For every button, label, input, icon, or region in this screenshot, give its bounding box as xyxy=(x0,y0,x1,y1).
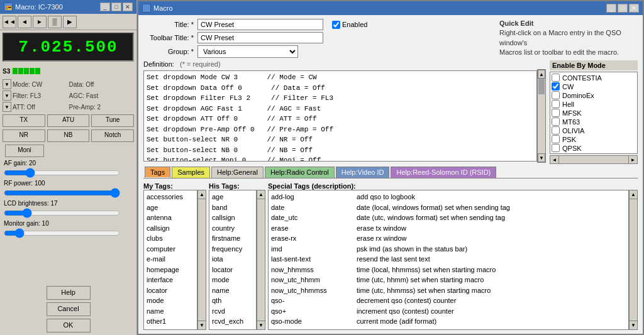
his-tag-callsign[interactable]: callsign xyxy=(211,212,255,223)
mode-qpsk-checkbox[interactable] xyxy=(552,144,560,152)
mode-hell[interactable]: Hell xyxy=(552,100,636,108)
nb-button[interactable]: NB xyxy=(47,129,90,142)
my-tag-other1[interactable]: other1 xyxy=(145,316,196,327)
tab-samples[interactable]: Samples xyxy=(172,167,210,178)
his-tags-scroll-up[interactable]: ▲ xyxy=(257,190,265,199)
mode-qpsk[interactable]: QPSK xyxy=(552,144,636,152)
his-tag-mode[interactable]: mode xyxy=(211,275,255,285)
his-tag-age[interactable]: age xyxy=(211,192,255,202)
special-tags-scroll-up[interactable]: ▲ xyxy=(630,190,637,199)
att-dropdown-arrow[interactable]: ▼ xyxy=(3,102,11,112)
my-tags-scroll-down[interactable]: ▼ xyxy=(198,321,206,329)
definition-scrollbar[interactable]: ▲ ▼ xyxy=(537,69,546,163)
his-tag-frequency[interactable]: frequency xyxy=(211,244,255,255)
maximize-btn-left[interactable]: □ xyxy=(111,3,121,11)
his-tag-name[interactable]: name xyxy=(211,285,255,296)
his-tag-iota[interactable]: iota xyxy=(211,254,255,265)
mode-mt63-checkbox[interactable] xyxy=(552,118,560,126)
my-tag-name[interactable]: name xyxy=(145,306,196,317)
mode-olivia[interactable]: OLIVIA xyxy=(552,126,636,135)
special-tags-scroll-down[interactable]: ▼ xyxy=(630,321,637,329)
toolbar-fast-btn[interactable]: ▶ xyxy=(63,16,77,28)
mode-psk-checkbox[interactable] xyxy=(552,135,560,143)
mode-scroll-left[interactable]: ◄ xyxy=(550,156,559,163)
his-tag-band[interactable]: band xyxy=(211,202,255,213)
cancel-button[interactable]: Cancel xyxy=(47,302,91,316)
atu-button[interactable]: ATU xyxy=(47,114,90,127)
title-input[interactable] xyxy=(197,19,323,30)
nr-button[interactable]: NR xyxy=(3,129,45,142)
my-tags-scroll-up[interactable]: ▲ xyxy=(198,190,206,199)
my-tags-list[interactable]: accessories age antenna callsign clubs c… xyxy=(143,190,197,330)
tab-help-general[interactable]: Help:General xyxy=(211,167,264,178)
my-tags-scrollbar[interactable]: ▲ ▼ xyxy=(197,190,206,330)
special-tags-list[interactable]: add-logadd qso to logbook datedate (loca… xyxy=(268,190,629,330)
monitor-gain-slider[interactable] xyxy=(4,229,120,238)
my-tag-clubs[interactable]: clubs xyxy=(145,233,196,244)
my-tag-email[interactable]: e-mail xyxy=(145,254,196,265)
my-tag-callsign[interactable]: callsign xyxy=(145,223,196,234)
mode-dominoex-checkbox[interactable] xyxy=(552,91,560,99)
mode-dropdown-arrow[interactable]: ▼ xyxy=(3,79,11,89)
mode-hell-checkbox[interactable] xyxy=(552,100,560,108)
my-tag-age[interactable]: age xyxy=(145,202,196,213)
my-tag-antenna[interactable]: antenna xyxy=(145,212,196,223)
my-tag-homepage[interactable]: homepage xyxy=(145,265,196,275)
scroll-thumb[interactable] xyxy=(538,79,545,94)
mode-scrollbar-h[interactable]: ◄ ► xyxy=(550,155,638,164)
special-tags-scrollbar[interactable]: ▲ ▼ xyxy=(629,190,638,330)
mode-contestia-checkbox[interactable] xyxy=(552,74,560,82)
his-tag-rcvd-exch[interactable]: rcvd_exch xyxy=(211,316,255,327)
mode-contestia[interactable]: CONTESTIA xyxy=(552,74,636,82)
his-tag-locator[interactable]: locator xyxy=(211,265,255,275)
my-tag-mode[interactable]: mode xyxy=(145,295,196,306)
tab-help-video[interactable]: Help:Video ID xyxy=(336,167,390,178)
mode-mt63[interactable]: MT63 xyxy=(552,118,636,126)
toolbar-play-btn[interactable]: ► xyxy=(33,16,47,28)
mode-scroll-right[interactable]: ► xyxy=(628,156,637,163)
lcd-brightness-slider[interactable] xyxy=(4,209,120,217)
my-tag-accessories[interactable]: accessories xyxy=(145,192,196,202)
af-gain-slider[interactable] xyxy=(4,168,120,177)
tx-button[interactable]: TX xyxy=(3,114,45,127)
tab-help-rsid[interactable]: Help:Reed-Solomon ID (RSID) xyxy=(391,167,496,178)
my-tag-interface[interactable]: interface xyxy=(145,275,196,285)
toolbar-prev-btn[interactable]: ◄ xyxy=(18,16,31,28)
mode-psk[interactable]: PSK xyxy=(552,135,636,143)
tune-button[interactable]: Tune xyxy=(91,114,134,127)
his-tag-firstname[interactable]: firstname xyxy=(211,233,255,244)
my-tag-locator[interactable]: locator xyxy=(145,285,196,296)
group-select[interactable]: Various CW Phone Digital xyxy=(197,45,298,58)
macro-minimize-btn[interactable]: _ xyxy=(606,4,616,13)
toolbar-title-input[interactable] xyxy=(197,32,323,43)
his-tags-scroll-down[interactable]: ▼ xyxy=(257,321,265,329)
mode-cw[interactable]: CW xyxy=(552,82,636,91)
his-tag-rcvd[interactable]: rcvd xyxy=(211,306,255,317)
mode-dominoex[interactable]: DominoEx xyxy=(552,91,636,99)
notch-button[interactable]: Notch xyxy=(91,129,134,142)
close-btn-left[interactable]: ✕ xyxy=(123,3,133,11)
definition-textarea[interactable]: Set dropdown Mode CW 3 // Mode = CW Set … xyxy=(143,70,537,162)
macro-maximize-btn[interactable]: □ xyxy=(618,4,628,13)
tab-tags[interactable]: Tags xyxy=(145,167,170,178)
help-button[interactable]: Help xyxy=(47,286,91,300)
toolbar-rewind-btn[interactable]: ◄◄ xyxy=(3,16,16,28)
mode-cw-checkbox[interactable] xyxy=(552,82,560,91)
macro-close-btn[interactable]: ✕ xyxy=(629,4,639,13)
tab-help-radio[interactable]: Help:Radio Control xyxy=(265,167,335,178)
enabled-checkbox[interactable] xyxy=(332,21,340,29)
scroll-up-btn[interactable]: ▲ xyxy=(538,70,545,79)
filter-dropdown-arrow[interactable]: ▼ xyxy=(3,91,11,101)
his-tag-country[interactable]: country xyxy=(211,223,255,234)
ok-button[interactable]: OK xyxy=(47,319,91,332)
scroll-down-btn[interactable]: ▼ xyxy=(538,153,545,162)
his-tags-list[interactable]: age band callsign country firstname freq… xyxy=(209,190,257,330)
mode-mfsk[interactable]: MFSK xyxy=(552,109,636,117)
mode-mfsk-checkbox[interactable] xyxy=(552,109,560,117)
moni-button[interactable]: Moni xyxy=(5,145,44,157)
rf-power-slider[interactable] xyxy=(4,189,120,197)
minimize-btn-left[interactable]: _ xyxy=(100,3,110,11)
his-tags-scrollbar[interactable]: ▲ ▼ xyxy=(257,190,265,330)
toolbar-grid-btn[interactable]: ▒ xyxy=(48,16,62,28)
my-tag-computer[interactable]: computer xyxy=(145,244,196,255)
